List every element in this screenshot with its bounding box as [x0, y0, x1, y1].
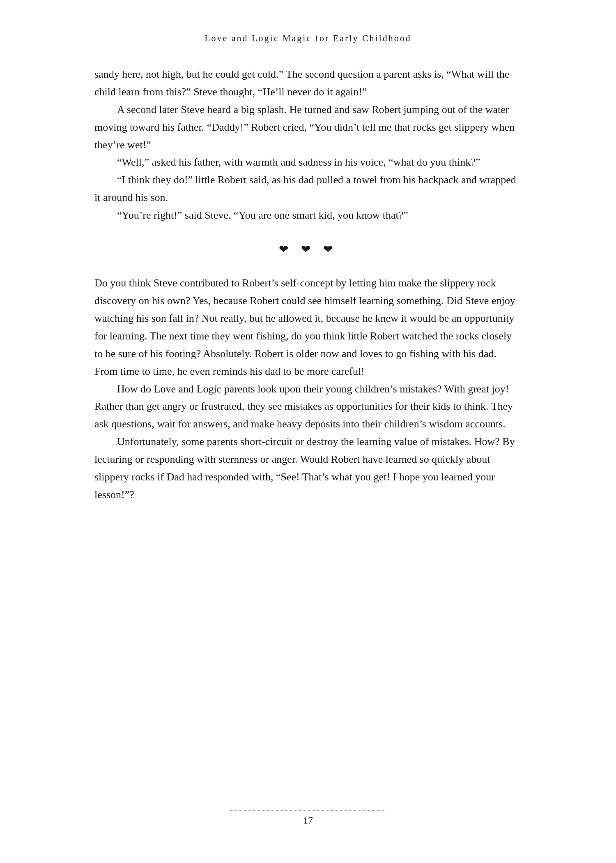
paragraph-5: “You’re right!” said Steve. “You are one…	[94, 207, 522, 224]
paragraph-1: sandy here, not high, but he could get c…	[94, 66, 522, 101]
paragraph-4: “I think they do!” little Robert said, a…	[94, 171, 522, 207]
paragraph-7: How do Love and Logic parents look upon …	[94, 381, 522, 434]
paragraph-6: Do you think Steve contributed to Robert…	[94, 275, 522, 380]
header-divider	[82, 47, 534, 47]
book-title: Love and Logic Magic for Early Childhood	[0, 33, 616, 44]
paragraph-8: Unfortunately, some parents short-circui…	[94, 433, 522, 504]
page-header: Love and Logic Magic for Early Childhood	[0, 33, 616, 47]
page-footer: 17	[0, 810, 616, 826]
page-number: 17	[0, 815, 616, 826]
paragraph-3: “Well,” asked his father, with warmth an…	[94, 154, 522, 171]
footer-divider	[230, 810, 386, 811]
paragraph-2: A second later Steve heard a big splash.…	[94, 101, 522, 154]
page: Love and Logic Magic for Early Childhood…	[0, 0, 616, 863]
section-divider-hearts: ❤ ❤ ❤	[94, 240, 522, 259]
page-content: sandy here, not high, but he could get c…	[94, 66, 522, 504]
